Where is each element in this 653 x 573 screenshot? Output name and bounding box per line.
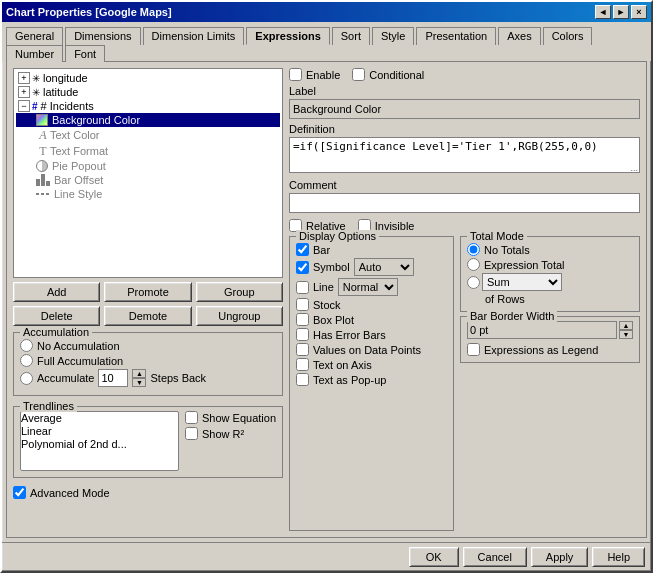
values-on-data-checkbox[interactable] — [296, 343, 309, 356]
line-row: Line Normal — [296, 278, 447, 296]
symbol-checkbox[interactable] — [296, 261, 309, 274]
text-on-axis-checkbox[interactable] — [296, 358, 309, 371]
nav-right-btn[interactable]: ► — [613, 5, 629, 19]
expand-latitude[interactable]: + — [18, 86, 30, 98]
spin-up[interactable]: ▲ — [132, 369, 146, 378]
expression-tree[interactable]: + ✳ longitude + ✳ latitude − # # Inciden… — [13, 68, 283, 278]
tree-item-longitude[interactable]: + ✳ longitude — [16, 71, 280, 85]
accumulate-radio[interactable] — [20, 372, 33, 385]
bar-border-spin-up[interactable]: ▲ — [619, 321, 633, 330]
comment-input[interactable] — [289, 193, 640, 213]
promote-button[interactable]: Promote — [104, 282, 191, 302]
ok-button[interactable]: OK — [409, 547, 459, 567]
expression-total-radio[interactable] — [467, 258, 480, 271]
nav-left-btn[interactable]: ◄ — [595, 5, 611, 19]
trendlines-title: Trendlines — [20, 400, 77, 412]
close-btn[interactable]: × — [631, 5, 647, 19]
no-accumulation-radio[interactable] — [20, 339, 33, 352]
box-plot-label[interactable]: Box Plot — [313, 314, 354, 326]
symbol-select[interactable]: Auto — [354, 258, 414, 276]
advanced-mode-label[interactable]: Advanced Mode — [30, 487, 110, 499]
definition-dots[interactable]: ... — [630, 163, 638, 173]
tab-style[interactable]: Style — [372, 27, 414, 45]
tab-number[interactable]: Number — [6, 45, 63, 62]
tree-item-pie-popout[interactable]: Pie Popout — [16, 159, 280, 173]
delete-button[interactable]: Delete — [13, 306, 100, 326]
enable-checkbox[interactable] — [289, 68, 302, 81]
tree-label-longitude: longitude — [43, 72, 88, 84]
definition-input[interactable]: =if([Significance Level]='Tier 1',RGB(25… — [289, 137, 640, 173]
full-accumulation-label[interactable]: Full Accumulation — [37, 355, 123, 367]
no-accumulation-label[interactable]: No Accumulation — [37, 340, 120, 352]
no-totals-label[interactable]: No Totals — [484, 244, 530, 256]
tab-expressions[interactable]: Expressions — [246, 27, 329, 45]
error-bars-label[interactable]: Has Error Bars — [313, 329, 386, 341]
bar-border-input[interactable] — [467, 321, 617, 339]
show-r2-checkbox[interactable] — [185, 427, 198, 440]
bar-checkbox[interactable] — [296, 243, 309, 256]
expr-legend-checkbox[interactable] — [467, 343, 480, 356]
expression-total-label[interactable]: Expression Total — [484, 259, 565, 271]
cancel-button[interactable]: Cancel — [463, 547, 527, 567]
invisible-label[interactable]: Invisible — [375, 220, 415, 232]
expr-legend-label[interactable]: Expressions as Legend — [484, 344, 598, 356]
show-equation-label[interactable]: Show Equation — [202, 412, 276, 424]
tree-item-text-color[interactable]: A Text Color — [16, 127, 280, 143]
symbol-label[interactable]: Symbol — [313, 261, 350, 273]
tab-sort[interactable]: Sort — [332, 27, 370, 45]
trendlines-select[interactable]: Average Linear Polynomial of 2nd d... — [20, 411, 179, 471]
spin-down[interactable]: ▼ — [132, 378, 146, 387]
tree-item-bar-offset[interactable]: Bar Offset — [16, 173, 280, 187]
conditional-checkbox[interactable] — [352, 68, 365, 81]
bar-border-spin-down[interactable]: ▼ — [619, 330, 633, 339]
bar-border-title: Bar Border Width — [467, 310, 557, 322]
values-on-data-label[interactable]: Values on Data Points — [313, 344, 421, 356]
tab-dimension-limits[interactable]: Dimension Limits — [143, 27, 245, 45]
tab-presentation[interactable]: Presentation — [416, 27, 496, 45]
show-r2-label[interactable]: Show R² — [202, 428, 244, 440]
tab-dimensions[interactable]: Dimensions — [65, 27, 140, 45]
sum-radio[interactable] — [467, 276, 480, 289]
text-as-popup-label[interactable]: Text as Pop-up — [313, 374, 386, 386]
label-input[interactable] — [289, 99, 640, 119]
tree-item-text-format[interactable]: T Text Format — [16, 143, 280, 159]
show-equation-checkbox[interactable] — [185, 411, 198, 424]
expand-incidents[interactable]: − — [18, 100, 30, 112]
error-bars-checkbox[interactable] — [296, 328, 309, 341]
tree-item-latitude[interactable]: + ✳ latitude — [16, 85, 280, 99]
accumulate-label[interactable]: Accumulate — [37, 372, 94, 384]
tab-general[interactable]: General — [6, 27, 63, 45]
ungroup-button[interactable]: Ungroup — [196, 306, 283, 326]
sum-select[interactable]: Sum — [482, 273, 562, 291]
bar-label[interactable]: Bar — [313, 244, 330, 256]
box-plot-checkbox[interactable] — [296, 313, 309, 326]
full-accumulation-radio[interactable] — [20, 354, 33, 367]
line-select[interactable]: Normal — [338, 278, 398, 296]
full-accumulation-row: Full Accumulation — [20, 354, 276, 367]
show-equation-row: Show Equation — [185, 411, 276, 424]
enable-label[interactable]: Enable — [306, 69, 340, 81]
stock-checkbox[interactable] — [296, 298, 309, 311]
expand-longitude[interactable]: + — [18, 72, 30, 84]
group-button[interactable]: Group — [196, 282, 283, 302]
no-totals-radio[interactable] — [467, 243, 480, 256]
advanced-mode-checkbox[interactable] — [13, 486, 26, 499]
tree-item-incidents[interactable]: − # # Incidents — [16, 99, 280, 113]
tab-colors[interactable]: Colors — [543, 27, 593, 45]
text-as-popup-checkbox[interactable] — [296, 373, 309, 386]
line-label[interactable]: Line — [313, 281, 334, 293]
conditional-label[interactable]: Conditional — [369, 69, 424, 81]
help-button[interactable]: Help — [592, 547, 645, 567]
line-checkbox[interactable] — [296, 281, 309, 294]
accumulate-value[interactable] — [98, 369, 128, 387]
stock-label[interactable]: Stock — [313, 299, 341, 311]
add-button[interactable]: Add — [13, 282, 100, 302]
text-on-axis-label[interactable]: Text on Axis — [313, 359, 372, 371]
tab-font[interactable]: Font — [65, 45, 105, 62]
no-totals-row: No Totals — [467, 243, 633, 256]
demote-button[interactable]: Demote — [104, 306, 191, 326]
tree-item-line-style[interactable]: Line Style — [16, 187, 280, 201]
tab-axes[interactable]: Axes — [498, 27, 540, 45]
apply-button[interactable]: Apply — [531, 547, 589, 567]
tree-item-bg-color[interactable]: Background Color — [16, 113, 280, 127]
